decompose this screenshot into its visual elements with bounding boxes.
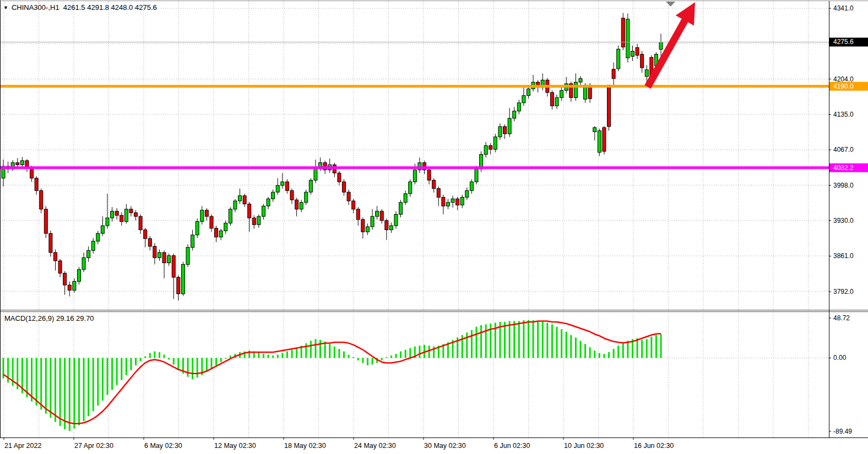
svg-text:6 Jun 02:30: 6 Jun 02:30 [494, 442, 530, 450]
chart-title: ▼ CHINA300-,H1 4261.5 4291.8 4248.0 4275… [3, 3, 157, 12]
svg-text:3861.0: 3861.0 [833, 252, 854, 260]
svg-text:3998.0: 3998.0 [833, 182, 854, 189]
magenta-level-price-box: 4032.2 [829, 163, 868, 172]
symbol-dropdown-icon: ▼ [3, 6, 8, 10]
orange-level-price-box: 4190.0 [829, 82, 868, 91]
svg-text:4135.0: 4135.0 [833, 111, 854, 118]
svg-text:3930.0: 3930.0 [833, 217, 854, 225]
svg-text:4204.0: 4204.0 [833, 75, 854, 83]
svg-text:6 May 02:30: 6 May 02:30 [144, 442, 182, 450]
svg-text:16 Jun 02:30: 16 Jun 02:30 [634, 442, 674, 450]
chart-background [0, 0, 868, 454]
current-price-box: 4275.6 [829, 37, 868, 46]
chart-window: { "header": { "text": "CHINA300-,H1 4261… [0, 0, 868, 454]
svg-text:24 May 02:30: 24 May 02:30 [354, 442, 396, 450]
svg-text:4032.2: 4032.2 [833, 164, 854, 172]
svg-text:30 May 02:30: 30 May 02:30 [424, 442, 466, 450]
svg-text:21 Apr 2022: 21 Apr 2022 [4, 442, 41, 450]
macd-indicator-label: MACD(12,26,9) 29.16 29.70 [4, 314, 94, 322]
svg-text:4067.0: 4067.0 [833, 146, 854, 154]
svg-text:4341.0: 4341.0 [833, 4, 854, 12]
symbol-ohlc-label: CHINA300-,H1 4261.5 4291.8 4248.0 4275.6 [12, 3, 157, 12]
svg-text:12 May 02:30: 12 May 02:30 [214, 442, 256, 450]
svg-text:18 May 02:30: 18 May 02:30 [284, 442, 326, 450]
svg-text:3792.0: 3792.0 [833, 288, 854, 296]
svg-text:48.72: 48.72 [833, 314, 850, 322]
svg-text:27 Apr 02:30: 27 Apr 02:30 [74, 442, 113, 450]
svg-text:0.00: 0.00 [833, 354, 847, 362]
svg-text:10 Jun 02:30: 10 Jun 02:30 [564, 442, 604, 450]
chart-canvas[interactable]: 4341.04204.04135.04067.03998.03930.03861… [0, 0, 868, 454]
svg-text:4275.6: 4275.6 [833, 38, 854, 46]
svg-text:4190.0: 4190.0 [833, 83, 854, 90]
svg-text:-89.49: -89.49 [833, 428, 852, 435]
